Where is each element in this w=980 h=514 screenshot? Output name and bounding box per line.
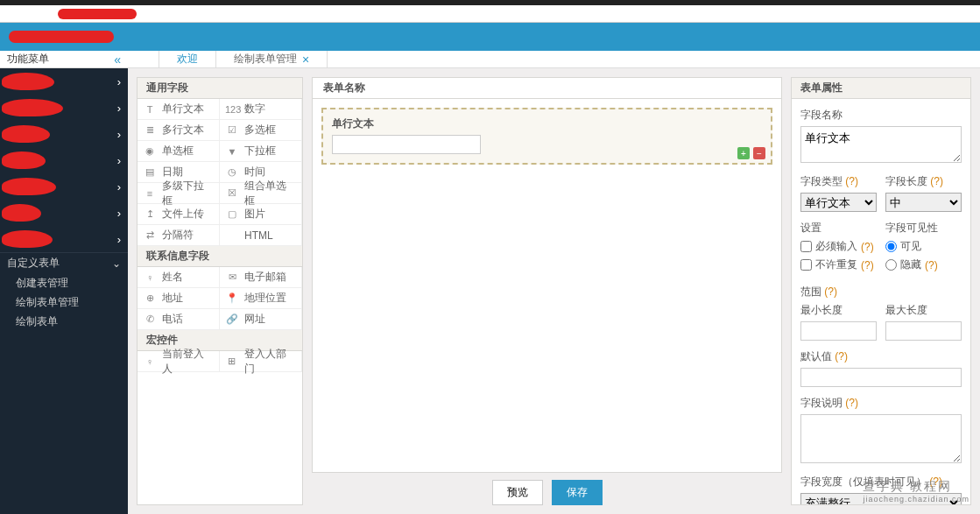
widget-label: 单选框: [162, 144, 194, 158]
widget-item[interactable]: ≡多级下拉框: [137, 183, 220, 204]
remove-field-icon[interactable]: −: [753, 147, 765, 159]
help-icon[interactable]: (?): [861, 259, 874, 271]
save-button[interactable]: 保存: [552, 480, 603, 505]
chevron-right-icon: ›: [117, 75, 121, 88]
widget-label: 多行文本: [162, 123, 204, 137]
field-width-select[interactable]: 充满整行: [800, 493, 962, 505]
help-icon[interactable]: (?): [824, 285, 837, 298]
widget-item[interactable]: ⊕地址: [137, 288, 220, 309]
widget-item[interactable]: ⇄分隔符: [137, 225, 220, 246]
add-field-icon[interactable]: +: [737, 147, 750, 159]
widget-panel: 通用字段 T单行文本123数字≣多行文本☑多选框◉单选框▼下拉框▤日期◷时间≡多…: [137, 77, 303, 505]
widget-item[interactable]: ☒组合单选框: [220, 183, 302, 204]
default-label: 默认值 (?): [800, 349, 962, 364]
required-checkbox[interactable]: [800, 241, 812, 252]
properties-panel: 表单属性 字段名称 字段类型 (?) 单行文本 字段长度 (?) 中: [791, 77, 971, 505]
widget-item[interactable]: ▼下拉框: [220, 141, 302, 162]
help-icon[interactable]: (?): [845, 175, 858, 187]
widget-item[interactable]: ✉电子邮箱: [220, 267, 302, 288]
props-header: 表单属性: [792, 78, 970, 99]
nav-item-6[interactable]: ›: [0, 200, 128, 226]
range-label: 范围 (?): [800, 285, 962, 299]
chevron-right-icon: ›: [117, 180, 121, 194]
unique-checkbox[interactable]: [800, 259, 812, 271]
min-length-input[interactable]: [800, 321, 877, 341]
tab-form-mgmt[interactable]: 绘制表单管理 ×: [216, 51, 328, 68]
chevron-right-icon: ›: [117, 207, 121, 220]
widget-icon: T: [143, 104, 157, 115]
sidebar: 功能菜单 « › › › › › › › 自定义表单 ⌄ 创建表管理 绘制表单管…: [0, 51, 128, 514]
widget-icon: ≣: [143, 124, 157, 136]
chevron-down-icon: ⌄: [112, 257, 121, 270]
sidebar-item-create-mgmt[interactable]: 创建表管理: [0, 273, 128, 292]
widget-icon: ♀: [143, 272, 157, 283]
widget-item[interactable]: 🔗网址: [220, 309, 302, 330]
description-input[interactable]: [800, 414, 962, 463]
widget-item[interactable]: 123数字: [220, 99, 302, 120]
widget-label: 时间: [244, 165, 265, 180]
tab-welcome[interactable]: 欢迎: [159, 51, 216, 68]
widget-label: 电子邮箱: [244, 270, 286, 285]
form-canvas[interactable]: 单行文本 + −: [312, 98, 782, 473]
help-icon[interactable]: (?): [930, 175, 943, 187]
max-length-input[interactable]: [885, 321, 962, 341]
widget-item[interactable]: ♀姓名: [137, 267, 220, 288]
nav-item-7[interactable]: ›: [0, 226, 128, 252]
sidebar-item-draw-form[interactable]: 绘制表单: [0, 312, 128, 331]
sidebar-item-draw-mgmt[interactable]: 绘制表单管理: [0, 292, 128, 312]
widget-icon: ⇄: [143, 229, 157, 241]
widget-label: 地理位置: [244, 291, 286, 306]
default-value-input[interactable]: [800, 368, 962, 387]
widget-icon: ◷: [225, 166, 239, 178]
widget-item[interactable]: ↥文件上传: [137, 204, 220, 225]
widget-label: 姓名: [162, 270, 183, 285]
widget-item[interactable]: 📍地理位置: [220, 288, 302, 309]
help-icon[interactable]: (?): [845, 397, 858, 409]
nav-item-4[interactable]: ›: [0, 147, 128, 173]
max-length-label: 最大长度: [885, 303, 962, 318]
widget-item[interactable]: ⊞登入人部门: [220, 351, 302, 372]
close-icon[interactable]: ×: [302, 53, 309, 67]
preview-button[interactable]: 预览: [492, 480, 543, 505]
hidden-radio[interactable]: [885, 259, 897, 271]
widget-item[interactable]: ≣多行文本: [137, 120, 220, 141]
width-label: 字段宽度（仅填表时可见） (?): [800, 475, 962, 489]
field-length-select[interactable]: 中: [885, 193, 962, 212]
widget-label: 单行文本: [162, 102, 204, 116]
common-fields-header: 通用字段: [137, 78, 302, 99]
visibility-label: 字段可见性: [885, 221, 962, 236]
widget-item[interactable]: HTML: [220, 225, 302, 246]
widget-item[interactable]: T单行文本: [137, 99, 220, 120]
widget-icon: 123: [225, 104, 239, 115]
widget-item[interactable]: ☑多选框: [220, 120, 302, 141]
widget-icon: ✆: [143, 313, 157, 325]
collapse-icon[interactable]: «: [114, 53, 121, 67]
chevron-right-icon: ›: [117, 128, 121, 141]
sidebar-title-bar: 功能菜单 «: [0, 51, 128, 68]
nav-item-2[interactable]: ›: [0, 95, 128, 121]
widget-icon: ▼: [225, 146, 239, 157]
help-icon[interactable]: (?): [835, 350, 848, 363]
widget-item[interactable]: ✆电话: [137, 309, 220, 330]
help-icon[interactable]: (?): [861, 241, 874, 253]
widget-icon: 📍: [225, 292, 239, 304]
widget-item[interactable]: ♀当前登入人: [137, 351, 220, 372]
help-icon[interactable]: (?): [929, 475, 942, 488]
widget-label: HTML: [244, 229, 273, 242]
widget-label: 电话: [162, 312, 183, 327]
sidebar-group-custom-form[interactable]: 自定义表单 ⌄: [0, 252, 128, 273]
form-field-block[interactable]: 单行文本 + −: [321, 108, 772, 165]
visible-radio[interactable]: [885, 241, 897, 252]
chevron-right-icon: ›: [117, 233, 121, 246]
field-name-input[interactable]: [800, 126, 962, 163]
nav-item-1[interactable]: ›: [0, 68, 128, 95]
field-input[interactable]: [332, 135, 481, 154]
help-icon[interactable]: (?): [925, 259, 938, 271]
nav-item-3[interactable]: ›: [0, 121, 128, 147]
min-length-label: 最小长度: [800, 303, 877, 318]
widget-item[interactable]: ◉单选框: [137, 141, 220, 162]
settings-label: 设置: [800, 221, 877, 236]
widget-item[interactable]: ▢图片: [220, 204, 302, 225]
field-type-select[interactable]: 单行文本: [800, 193, 877, 212]
nav-item-5[interactable]: ›: [0, 173, 128, 200]
